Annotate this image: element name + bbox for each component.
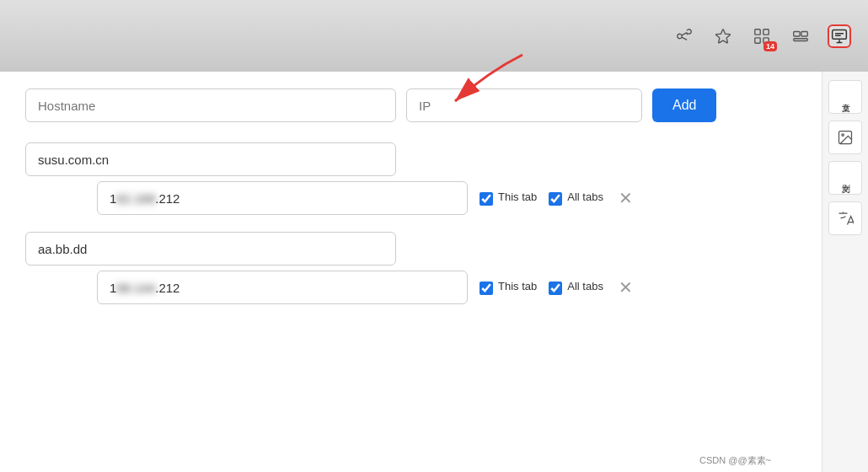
add-button[interactable]: Add	[652, 88, 716, 122]
this-tab-check-1[interactable]	[480, 192, 493, 206]
this-tab-label-1: This tab	[498, 190, 537, 205]
share-icon[interactable]	[672, 24, 696, 48]
all-tabs-checkbox-1: All tabs	[549, 190, 603, 206]
all-tabs-check-2[interactable]	[549, 282, 562, 295]
svg-rect-2	[755, 37, 760, 42]
ip-display-1: 162.168.212	[97, 181, 468, 215]
ip-input[interactable]	[406, 88, 642, 122]
star-icon[interactable]	[711, 24, 735, 48]
hostname-input[interactable]	[25, 88, 396, 122]
svg-rect-6	[794, 38, 808, 40]
this-tab-checkbox-2: This tab	[480, 280, 537, 295]
host-entry-1: susu.com.cn 162.168.212 This tab All tab…	[25, 142, 805, 215]
host-manager-icon[interactable]	[828, 24, 851, 48]
svg-rect-5	[801, 31, 807, 36]
hostname-display-2: aa.bb.dd	[25, 232, 396, 266]
sidebar-item-image[interactable]	[828, 121, 862, 154]
hostname-display-1: susu.com.cn	[25, 142, 396, 176]
all-tabs-label-1: All tabs	[567, 190, 603, 205]
main-content: Add susu.com.cn 162.168.212 This tab	[0, 72, 868, 472]
this-tab-check-2[interactable]	[480, 282, 493, 295]
all-tabs-label-2: All tabs	[567, 280, 603, 294]
host-entry-2: aa.bb.dd 168.144.212 This tab All tabs ✕	[25, 232, 805, 304]
svg-point-10	[842, 134, 844, 137]
delete-button-2[interactable]: ✕	[615, 279, 636, 296]
ip-row-2: 168.144.212 This tab All tabs ✕	[97, 271, 805, 304]
svg-rect-7	[833, 30, 847, 39]
popup-panel: Add susu.com.cn 162.168.212 This tab	[0, 72, 822, 472]
watermark: CSDN @@素素~	[699, 454, 771, 467]
sidebar-item-translate[interactable]	[828, 201, 862, 235]
svg-rect-4	[794, 31, 800, 36]
delete-button-1[interactable]: ✕	[615, 190, 636, 206]
sidebar-item-article[interactable]: 文章	[828, 80, 862, 114]
sidebar-item-wenzi[interactable]: 文则	[828, 161, 862, 195]
tab-manager-icon[interactable]	[789, 24, 812, 48]
all-tabs-check-1[interactable]	[549, 192, 562, 206]
svg-rect-0	[755, 29, 760, 34]
extensions-icon[interactable]: 14	[750, 24, 774, 48]
checkbox-group-1: This tab All tabs ✕	[480, 190, 636, 206]
browser-toolbar: 14	[0, 0, 868, 72]
checkbox-group-2: This tab All tabs ✕	[480, 279, 636, 296]
this-tab-label-2: This tab	[498, 280, 537, 294]
ip-display-2: 168.144.212	[97, 271, 468, 304]
add-entry-row: Add	[25, 88, 805, 122]
svg-rect-1	[764, 29, 769, 34]
ip-row-1: 162.168.212 This tab All tabs ✕	[97, 181, 805, 215]
right-sidebar: 文章 文则	[822, 72, 868, 472]
all-tabs-checkbox-2: All tabs	[549, 280, 603, 295]
extensions-badge: 14	[764, 41, 777, 51]
this-tab-checkbox-1: This tab	[480, 190, 537, 206]
